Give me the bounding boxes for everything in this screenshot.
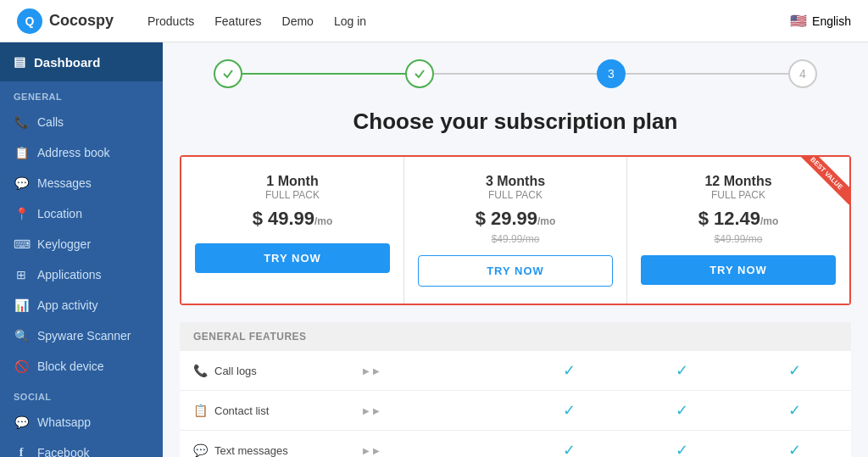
stepper: 3 4 [180,59,851,88]
block-device-label: Block device [37,359,104,373]
sidebar-item-block-device[interactable]: 🚫 Block device [0,351,163,382]
sidebar-item-address-book[interactable]: 📋 Address book [0,137,163,168]
feature-col-3-check-3: ✓ [738,431,851,457]
sidebar-item-facebook[interactable]: f Facebook [0,437,163,457]
check-icon: ✓ [676,402,688,419]
facebook-label: Facebook [37,446,89,457]
info-icon-3: ▶ [363,406,370,415]
plan-3-try-now-button[interactable]: TRY NOW [641,255,836,285]
block-device-icon: 🚫 [14,359,29,373]
plan-2-original: $49.99/mo [418,233,613,245]
sidebar-item-keylogger[interactable]: ⌨ Keylogger [0,229,163,259]
logo-text: Cocospy [49,12,114,30]
messages-icon: 💬 [14,176,29,190]
plan-3-original: $49.99/mo [641,233,836,245]
step-3: 3 [597,59,626,88]
flag-icon: 🇺🇸 [790,13,807,29]
location-label: Location [37,207,82,220]
plan-1-price: $ 49.99/mo [195,208,390,230]
whatsapp-icon: 💬 [14,415,29,429]
feature-row-call-logs: 📞 Call logs ▶ ▶ ✓ ✓ ✓ [180,351,851,391]
call-logs-icon: 📞 [193,364,208,377]
nav-login[interactable]: Log in [334,14,366,28]
step-2 [405,59,434,88]
sidebar-item-calls[interactable]: 📞 Calls [0,107,163,137]
feature-col-empty [400,360,513,381]
step-4: 4 [788,59,817,88]
lang-label: English [812,14,851,28]
step-line-2 [434,73,597,75]
plan-2-type: FULL PACK [418,189,613,201]
step-line-1 [242,73,405,75]
content-area: 3 4 Choose your subscription plan 1 Mont… [163,42,868,457]
features-table: GENERAL FEATURES 📞 Call logs ▶ ▶ ✓ ✓ ✓ [180,322,851,457]
sidebar-item-messages[interactable]: 💬 Messages [0,168,163,198]
app-activity-icon: 📊 [14,298,29,312]
facebook-icon: f [14,446,29,457]
feature-col-1-check-2: ✓ [513,391,626,430]
dashboard-label: Dashboard [34,55,100,70]
text-messages-icon: 💬 [193,443,208,457]
info-icon-2: ▶ [373,366,380,376]
feature-col-1-check-3: ✓ [513,431,626,457]
feature-name-contact-list: 📋 Contact list ▶ ▶ [180,393,400,427]
applications-label: Applications [37,268,102,281]
nav-right: 🇺🇸 English [790,13,851,29]
info-icon-4: ▶ [373,406,380,415]
plan-2-try-now-button[interactable]: TRY NOW [418,255,613,287]
check-icon: ✓ [563,442,576,457]
plan-12-months: 12 Months FULL PACK $ 12.49/mo $49.99/mo… [627,157,849,304]
plan-3-months: 3 Months FULL PACK $ 29.99/mo $49.99/mo … [404,157,627,304]
sidebar-general-label: GENERAL [0,81,163,107]
nav-demo[interactable]: Demo [282,14,314,28]
feature-col-2-check-2: ✓ [626,391,738,430]
address-book-icon: 📋 [14,146,29,159]
logo-icon: Q [17,8,42,34]
whatsapp-label: Whatsapp [37,415,91,429]
keylogger-icon: ⌨ [14,237,29,251]
check-icon: ✓ [563,362,576,379]
plan-3-price: $ 12.49/mo [641,208,836,230]
sidebar-item-dashboard[interactable]: ▤ Dashboard [0,42,163,81]
info-icon-1: ▶ [363,366,370,376]
sidebar-item-location[interactable]: 📍 Location [0,198,163,229]
best-value-ribbon [798,157,849,208]
check-icon: ✓ [788,402,801,419]
messages-label: Messages [37,176,92,190]
applications-icon: ⊞ [14,268,29,281]
nav-links: Products Features Demo Log in [147,14,790,28]
check-icon: ✓ [676,362,688,379]
sidebar-social-label: SOCIAL [0,382,163,407]
sidebar-item-whatsapp[interactable]: 💬 Whatsapp [0,407,163,437]
feature-col-2-check: ✓ [626,351,738,390]
feature-col-2-check-3: ✓ [626,431,738,457]
logo[interactable]: Q Cocospy [17,8,114,34]
contact-list-icon: 📋 [193,404,208,417]
check-icon: ✓ [788,442,801,457]
plan-1-duration: 1 Month [195,174,390,189]
location-icon: 📍 [14,207,29,220]
calls-icon: 📞 [14,115,29,129]
step-1 [214,59,242,88]
feature-col-3-check-2: ✓ [738,391,851,430]
top-navigation: Q Cocospy Products Features Demo Log in … [0,0,868,42]
spyware-scanner-icon: 🔍 [14,329,29,343]
nav-features[interactable]: Features [214,14,261,28]
language-selector[interactable]: 🇺🇸 English [790,13,851,29]
sidebar-item-applications[interactable]: ⊞ Applications [0,259,163,290]
step-line-3 [626,73,788,75]
feature-row-text-messages: 💬 Text messages ▶ ▶ ✓ ✓ ✓ [180,431,851,457]
check-icon: ✓ [788,362,801,379]
check-icon: ✓ [563,402,576,419]
feature-row-contact-list: 📋 Contact list ▶ ▶ ✓ ✓ ✓ [180,391,851,431]
info-icon-6: ▶ [373,446,380,455]
keylogger-label: Keylogger [37,237,91,251]
address-book-label: Address book [37,146,110,159]
plan-1-try-now-button[interactable]: TRY NOW [195,243,390,273]
nav-products[interactable]: Products [147,14,194,28]
sidebar-item-app-activity[interactable]: 📊 App activity [0,290,163,320]
sidebar: ▤ Dashboard GENERAL 📞 Calls 📋 Address bo… [0,42,163,457]
info-icon-5: ▶ [363,446,370,455]
check-icon: ✓ [676,442,688,457]
sidebar-item-spyware-scanner[interactable]: 🔍 Spyware Scanner [0,320,163,351]
